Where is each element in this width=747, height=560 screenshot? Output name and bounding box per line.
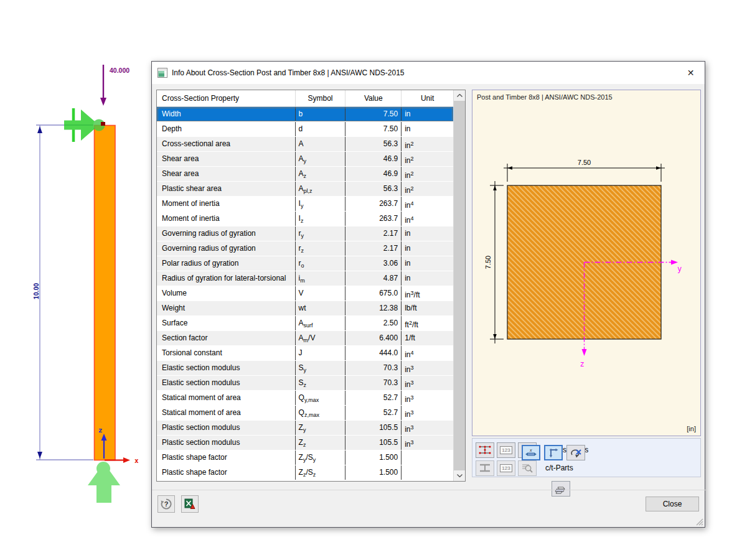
table-row[interactable]: Plastic shear areaApl,z56.3in2 — [157, 182, 453, 197]
table-row[interactable]: Cross-sectional areaA56.3in2 — [157, 137, 453, 152]
table-row[interactable]: Plastic section modulusZz105.5in3 — [157, 436, 453, 450]
table-row[interactable]: VolumeV675.0in3/ft — [157, 286, 453, 301]
table-row[interactable]: Elastic section modulusSy70.3in3 — [157, 361, 453, 376]
local-axis-x-icon: x — [525, 447, 537, 458]
show-stress-points-button[interactable] — [476, 442, 494, 458]
cell-property: Plastic section modulus — [157, 421, 295, 435]
table-row[interactable]: Radius of gyration for lateral-torsional… — [157, 271, 453, 286]
table-row[interactable]: Shear areaAy46.9in2 — [157, 152, 453, 167]
table-row[interactable]: Elastic section modulusSz70.3in3 — [157, 376, 453, 391]
table-row[interactable]: Statical moment of areaQy,max52.7in3 — [157, 391, 453, 406]
section-preview-panel: Post and Timber 8x8 | ANSI/AWC NDS-2015 — [472, 90, 701, 436]
table-row[interactable]: Weightwt12.38lb/ft — [157, 301, 453, 316]
cell-unit: in4 — [401, 212, 453, 226]
cell-symbol: b — [295, 107, 345, 121]
table-row[interactable]: Statical moment of areaQz,max52.7in3 — [157, 406, 453, 421]
resize-grip[interactable] — [695, 517, 703, 526]
scrollbar-down-icon[interactable] — [454, 470, 465, 481]
cell-unit: in2 — [401, 137, 453, 151]
header-value[interactable]: Value — [345, 90, 401, 106]
cell-symbol: Sy — [295, 361, 345, 375]
table-row[interactable]: Polar radius of gyrationro3.06in — [157, 256, 453, 271]
cell-unit: ft2/ft — [401, 316, 453, 330]
table-row[interactable]: Shear areaAz46.9in2 — [157, 167, 453, 182]
header-unit[interactable]: Unit — [401, 90, 453, 106]
ct-parts-icon — [479, 463, 491, 473]
excel-export-button[interactable] — [181, 495, 199, 513]
table-row[interactable]: Plastic shape factorZz/Sz1.500 — [157, 465, 453, 480]
table-row[interactable]: Torsional constantJ444.0in4 — [157, 346, 453, 361]
table-row[interactable]: Depthd7.50in — [157, 122, 453, 137]
section-drawing: 7.50 7.50 y — [472, 90, 702, 437]
show-axes-button[interactable] — [544, 445, 563, 460]
table-row[interactable]: SurfaceAsurf2.50ft2/ft — [157, 316, 453, 331]
cell-unit: in2 — [401, 152, 453, 166]
cell-property: Elastic section modulus — [157, 361, 295, 375]
table-row[interactable]: Plastic section modulusZy105.5in3 — [157, 421, 453, 436]
scrollbar-up-icon[interactable] — [454, 90, 465, 101]
help-button[interactable]: ? — [157, 495, 175, 513]
cell-unit: in — [401, 122, 453, 136]
support-bottom[interactable] — [88, 462, 120, 503]
cell-unit — [401, 450, 453, 465]
close-icon[interactable]: ✕ — [677, 62, 705, 84]
ct-parts-label: c/t-Parts — [545, 464, 573, 472]
dimension-depth — [490, 181, 504, 343]
excel-export-icon — [184, 498, 195, 510]
cell-symbol: Az — [295, 167, 345, 181]
cell-property: Polar radius of gyration — [157, 256, 295, 271]
cell-symbol: wt — [295, 301, 345, 315]
cell-value: 105.5 — [345, 436, 401, 450]
cell-symbol: J — [295, 346, 345, 360]
header-symbol[interactable]: Symbol — [295, 90, 345, 106]
cell-value: 2.17 — [345, 226, 401, 241]
axes-orientation-icon — [548, 447, 559, 458]
table-row[interactable]: Governing radius of gyrationrz2.17in — [157, 241, 453, 256]
cell-value: 46.9 — [345, 167, 401, 181]
ct-parts-details-button[interactable] — [518, 460, 537, 476]
header-property[interactable]: Cross-Section Property — [157, 90, 295, 106]
cross-section-table: Cross-Section Property Symbol Value Unit… — [156, 90, 466, 482]
application-canvas: 40.000 10.00 z — [0, 0, 747, 560]
rotate-view-button[interactable] — [566, 445, 585, 460]
cell-unit: in3/ft — [401, 286, 453, 301]
nodal-load-arrow[interactable]: 40.000 — [100, 65, 129, 106]
dialog-titlebar[interactable]: Info About Cross-Section Post and Timber… — [152, 62, 705, 84]
load-value-label: 40.000 — [110, 67, 129, 74]
cell-property: Surface — [157, 316, 295, 330]
stress-point-numbering-button[interactable]: 123 — [497, 442, 515, 458]
dimension-width — [504, 164, 665, 182]
cell-property: Radius of gyration for lateral-torsional — [157, 271, 295, 286]
table-row[interactable]: Plastic shape factorZy/Sy1.500 — [157, 450, 453, 465]
column-member[interactable] — [95, 126, 116, 460]
svg-text:y: y — [677, 264, 682, 273]
svg-text:z: z — [98, 426, 103, 434]
show-ct-parts-button[interactable] — [476, 460, 494, 476]
cell-value: 444.0 — [345, 346, 401, 360]
cell-unit: in — [401, 271, 453, 286]
cell-symbol: Zz — [295, 436, 345, 450]
dialog-title: Info About Cross-Section Post and Timber… — [172, 68, 405, 77]
cell-property: Plastic shape factor — [157, 465, 295, 480]
help-icon: ? — [161, 498, 172, 510]
svg-text:z: z — [580, 360, 584, 368]
show-axis-x-button[interactable]: x — [522, 445, 540, 460]
ct-parts-numbering-button[interactable]: 123 — [497, 460, 515, 476]
cell-unit: in2 — [401, 182, 453, 196]
table-row[interactable]: Widthb7.50in — [157, 107, 453, 122]
table-row[interactable]: Governing radius of gyrationry2.17in — [157, 226, 453, 241]
table-scrollbar[interactable] — [453, 90, 465, 481]
member-dimension: 10.00 — [32, 125, 93, 460]
cell-value: 52.7 — [345, 391, 401, 405]
table-row[interactable]: Section factorAm/V6.4001/ft — [157, 331, 453, 346]
cell-symbol: im — [295, 271, 345, 286]
print-button[interactable] — [552, 481, 570, 497]
table-row[interactable]: Moment of inertiaIy263.7in4 — [157, 197, 453, 212]
cell-value: 1.500 — [345, 465, 401, 480]
close-button[interactable]: Close — [646, 497, 699, 511]
table-row[interactable]: Moment of inertiaIz263.7in4 — [157, 212, 453, 226]
scrollbar-thumb[interactable] — [454, 101, 465, 470]
cell-property: Cross-sectional area — [157, 137, 295, 151]
svg-text:?: ? — [164, 500, 169, 508]
cell-symbol: Zz/Sz — [295, 465, 345, 480]
